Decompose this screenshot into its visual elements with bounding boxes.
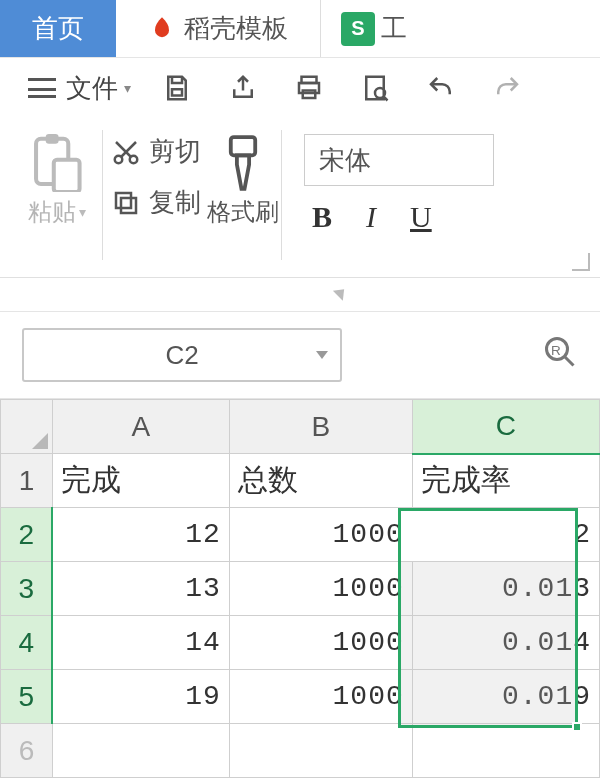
row-header-4[interactable]: 4 xyxy=(1,616,53,670)
cell[interactable]: 12 xyxy=(52,508,229,562)
col-header-C[interactable]: C xyxy=(412,400,599,454)
undo-button[interactable] xyxy=(421,68,461,108)
tab-sheets-label: 工 xyxy=(381,11,407,46)
cell[interactable]: 0.012 xyxy=(412,508,599,562)
font-name-value: 宋体 xyxy=(319,143,371,178)
chevron-down-icon[interactable] xyxy=(316,351,328,359)
format-painter-button[interactable]: 格式刷 xyxy=(207,196,279,228)
cell[interactable]: 1000 xyxy=(229,670,412,724)
group-separator xyxy=(281,130,282,260)
paste-group: 粘贴 ▾ xyxy=(28,130,86,228)
group-separator xyxy=(102,130,103,260)
tab-home-label: 首页 xyxy=(32,11,84,46)
fill-handle[interactable] xyxy=(572,722,582,732)
svg-rect-13 xyxy=(231,137,255,155)
ribbon-collapse-row xyxy=(0,278,600,312)
cell[interactable]: 0.013 xyxy=(412,562,599,616)
svg-text:R: R xyxy=(551,343,561,358)
cell[interactable]: 14 xyxy=(52,616,229,670)
row-header-1[interactable]: 1 xyxy=(1,454,53,508)
cell[interactable]: 完成率 xyxy=(412,454,599,508)
svg-rect-12 xyxy=(116,193,131,208)
cell[interactable]: 1000 xyxy=(229,616,412,670)
cell[interactable] xyxy=(229,724,412,778)
underline-button[interactable]: U xyxy=(410,200,432,234)
docer-icon xyxy=(148,15,176,43)
cell[interactable]: 19 xyxy=(52,670,229,724)
sheets-icon: S xyxy=(341,12,375,46)
cell[interactable]: 0.019 xyxy=(412,670,599,724)
row-header-6[interactable]: 6 xyxy=(1,724,53,778)
tab-home[interactable]: 首页 xyxy=(0,0,116,57)
copy-label: 复制 xyxy=(149,185,201,220)
cut-copy-group: 剪切 复制 xyxy=(111,130,201,220)
col-header-B[interactable]: B xyxy=(229,400,412,454)
tab-docer[interactable]: 稻壳模板 xyxy=(116,0,320,57)
save-button[interactable] xyxy=(157,68,197,108)
preview-button[interactable] xyxy=(355,68,395,108)
chevron-down-icon: ▾ xyxy=(79,204,86,220)
file-menu-label: 文件 xyxy=(66,71,118,106)
cell[interactable]: 1000 xyxy=(229,508,412,562)
hamburger-icon xyxy=(28,78,56,98)
dialog-launcher-icon[interactable] xyxy=(333,284,349,300)
row-header-3[interactable]: 3 xyxy=(1,562,53,616)
row-header-5[interactable]: 5 xyxy=(1,670,53,724)
name-box-value: C2 xyxy=(165,340,198,371)
cut-button[interactable]: 剪切 xyxy=(111,134,201,169)
tabs-bar: 首页 稻壳模板 S 工 xyxy=(0,0,600,58)
quick-toolbar: 文件 ▾ xyxy=(0,58,600,118)
ribbon: 粘贴 ▾ 剪切 复制 格式刷 宋体 B I U xyxy=(0,118,600,278)
spreadsheet-grid[interactable]: A B C 1 完成 总数 完成率 2 12 1000 0.012 3 13 1… xyxy=(0,399,600,778)
cut-label: 剪切 xyxy=(149,134,201,169)
tab-docer-label: 稻壳模板 xyxy=(184,11,288,46)
font-name-input[interactable]: 宋体 xyxy=(304,134,494,186)
chevron-down-icon: ▾ xyxy=(124,80,131,96)
svg-rect-7 xyxy=(46,134,59,144)
redo-button[interactable] xyxy=(487,68,527,108)
find-button[interactable]: R xyxy=(542,334,578,377)
cell[interactable]: 完成 xyxy=(52,454,229,508)
font-group: 宋体 B I U xyxy=(304,130,580,234)
ribbon-corner-icon xyxy=(572,253,590,271)
svg-rect-0 xyxy=(172,89,182,95)
cell[interactable]: 1000 xyxy=(229,562,412,616)
row-header-2[interactable]: 2 xyxy=(1,508,53,562)
cell[interactable]: 13 xyxy=(52,562,229,616)
select-all-corner[interactable] xyxy=(1,400,53,454)
bold-button[interactable]: B xyxy=(312,200,332,234)
clipboard-icon xyxy=(31,134,83,192)
svg-rect-8 xyxy=(54,160,80,192)
file-menu[interactable]: 文件 ▾ xyxy=(28,71,131,106)
tab-sheets[interactable]: S 工 xyxy=(321,0,411,57)
cell[interactable]: 0.014 xyxy=(412,616,599,670)
name-bar: C2 R xyxy=(0,312,600,399)
svg-rect-11 xyxy=(121,198,136,213)
format-painter-label: 格式刷 xyxy=(207,198,279,225)
print-button[interactable] xyxy=(289,68,329,108)
paste-label: 粘贴 xyxy=(28,196,76,228)
paste-button[interactable]: 粘贴 ▾ xyxy=(28,196,86,228)
cell[interactable] xyxy=(52,724,229,778)
format-painter-group: 格式刷 xyxy=(207,130,279,228)
format-painter-icon xyxy=(221,134,265,192)
italic-button[interactable]: I xyxy=(366,200,376,234)
cell[interactable]: 总数 xyxy=(229,454,412,508)
col-header-A[interactable]: A xyxy=(52,400,229,454)
copy-button[interactable]: 复制 xyxy=(111,185,201,220)
share-button[interactable] xyxy=(223,68,263,108)
name-box[interactable]: C2 xyxy=(22,328,342,382)
